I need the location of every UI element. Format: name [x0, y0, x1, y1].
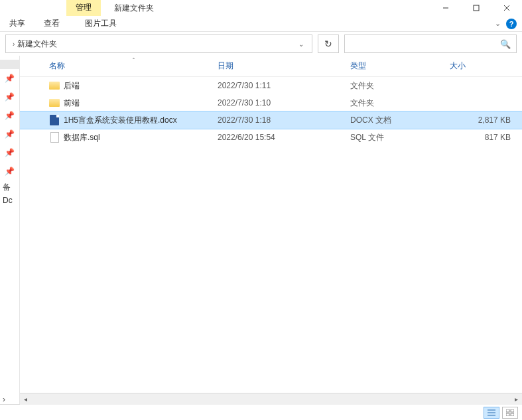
- column-header-date[interactable]: 日期: [212, 60, 345, 72]
- pin-icon[interactable]: 📌: [0, 143, 19, 162]
- close-button[interactable]: [491, 0, 522, 16]
- sidebar-item-label[interactable]: 备: [0, 180, 19, 194]
- ribbon-tab-picture-tools[interactable]: 图片工具: [76, 16, 126, 31]
- pin-icon[interactable]: 📌: [0, 125, 19, 143]
- minimize-button[interactable]: [430, 0, 461, 16]
- file-name: 数据库.sql: [64, 132, 100, 143]
- scroll-track[interactable]: [31, 393, 511, 405]
- file-size: 2,817 KB: [444, 115, 511, 125]
- column-header-type[interactable]: 类型: [345, 60, 444, 72]
- maximize-icon: [473, 5, 480, 11]
- close-icon: [503, 5, 510, 11]
- navigation-pane[interactable]: 📌 📌 📌 📌 📌 📌 备 Dc ›: [0, 56, 20, 404]
- pin-icon[interactable]: 📌: [0, 162, 19, 180]
- ribbon-tab-view[interactable]: 查看: [34, 16, 69, 31]
- sort-indicator-icon: ˆ: [133, 57, 135, 64]
- file-date: 2022/7/30 1:11: [212, 81, 345, 90]
- thumbnails-view-button[interactable]: [502, 407, 518, 419]
- minimize-icon: [442, 5, 449, 11]
- refresh-button[interactable]: ↻: [318, 35, 339, 53]
- file-name: 1H5盲盒系统安装使用教程.docx: [64, 115, 177, 126]
- breadcrumb-dropdown-icon[interactable]: ⌄: [294, 40, 308, 48]
- details-view-button[interactable]: [484, 407, 499, 419]
- search-input[interactable]: 🔍: [344, 35, 517, 53]
- breadcrumb-location[interactable]: 新建文件夹: [17, 38, 294, 50]
- file-date: 2022/7/30 1:18: [212, 115, 345, 125]
- file-date: 2022/6/20 15:54: [212, 133, 345, 142]
- file-name: 前端: [64, 98, 80, 109]
- svg-rect-7: [506, 409, 509, 412]
- column-headers: ˆ 名称 日期 类型 大小: [20, 56, 522, 77]
- ribbon-tab-manage[interactable]: 管理: [66, 0, 101, 16]
- file-row[interactable]: 数据库.sql2022/6/20 15:54SQL 文件817 KB: [20, 129, 522, 146]
- window-title: 新建文件夹: [101, 0, 430, 16]
- file-row[interactable]: 1H5盲盒系统安装使用教程.docx2022/7/30 1:18DOCX 文档2…: [20, 111, 522, 129]
- file-list: 后端2022/7/30 1:11文件夹前端2022/7/30 1:10文件夹1H…: [20, 77, 522, 393]
- sidebar-top-strip: [0, 60, 20, 69]
- pin-icon[interactable]: 📌: [0, 69, 19, 88]
- column-header-size[interactable]: 大小: [444, 60, 511, 72]
- folder-icon: [49, 80, 60, 91]
- file-size: 817 KB: [444, 133, 511, 142]
- pin-icon[interactable]: 📌: [0, 106, 19, 125]
- status-bar: [0, 404, 522, 420]
- breadcrumb-chevron-icon[interactable]: ›: [10, 40, 17, 48]
- sidebar-item-label[interactable]: Dc: [0, 194, 19, 206]
- scroll-right-icon[interactable]: ▸: [511, 393, 522, 405]
- file-list-area: ˆ 名称 日期 类型 大小 后端2022/7/30 1:11文件夹前端2022/…: [20, 56, 522, 404]
- details-view-icon: [488, 409, 495, 416]
- column-header-name[interactable]: 名称: [20, 60, 212, 72]
- svg-rect-8: [511, 409, 514, 412]
- ribbon-collapse-icon[interactable]: ⌄: [495, 19, 501, 28]
- help-icon[interactable]: ?: [506, 19, 517, 29]
- search-icon: 🔍: [500, 39, 511, 49]
- address-bar: › 新建文件夹 ⌄ ↻ 🔍: [0, 32, 522, 56]
- scroll-left-icon[interactable]: ◂: [20, 393, 31, 405]
- breadcrumb[interactable]: › 新建文件夹 ⌄: [5, 35, 312, 53]
- ribbon-tab-share[interactable]: 共享: [0, 16, 34, 31]
- file-row[interactable]: 前端2022/7/30 1:10文件夹: [20, 94, 522, 111]
- file-row[interactable]: 后端2022/7/30 1:11文件夹: [20, 77, 522, 94]
- file-type: 文件夹: [345, 98, 444, 109]
- expand-sidebar-icon[interactable]: ›: [3, 395, 5, 404]
- file-name: 后端: [64, 80, 80, 92]
- file-type: DOCX 文档: [345, 115, 444, 126]
- refresh-icon: ↻: [324, 38, 332, 49]
- file-type: 文件夹: [345, 80, 444, 92]
- folder-icon: [49, 98, 60, 108]
- docx-icon: [49, 115, 60, 125]
- svg-rect-9: [506, 413, 509, 416]
- svg-rect-1: [474, 5, 479, 11]
- pin-icon[interactable]: 📌: [0, 88, 19, 106]
- file-icon: [49, 132, 60, 143]
- horizontal-scrollbar[interactable]: ◂ ▸: [20, 393, 522, 404]
- maximize-button[interactable]: [461, 0, 491, 16]
- titlebar: 管理 新建文件夹 共享 查看 图片工具 ⌄ ?: [0, 0, 522, 32]
- file-type: SQL 文件: [345, 132, 444, 143]
- svg-rect-10: [511, 413, 514, 416]
- thumbnails-view-icon: [506, 409, 514, 416]
- file-date: 2022/7/30 1:10: [212, 98, 345, 107]
